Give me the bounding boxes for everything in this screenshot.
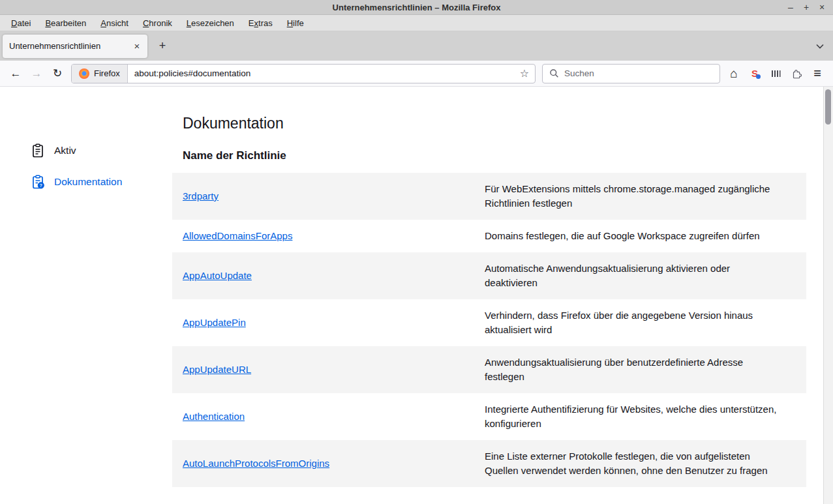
window-title: Unternehmensrichtlinien – Mozilla Firefo… [0,3,833,12]
table-row: AppUpdateURL Anwendungsaktualisierung üb… [172,346,806,393]
page-title: Dokumentation [183,115,806,132]
close-button[interactable]: × [816,1,828,13]
table-row: AutoLaunchProtocolsFromOrigins Eine List… [172,440,806,487]
menu-item-ansicht[interactable]: Ansicht [93,16,136,30]
menu-bar: Datei Bearbeiten Ansicht Chronik Lesezei… [0,15,833,31]
scrollbar-thumb[interactable] [825,89,831,125]
policy-description: Automatische Anwendungsaktualisierung ak… [485,252,806,299]
extension-s-icon[interactable]: S [744,63,765,84]
bookmark-star-icon[interactable]: ☆ [514,67,535,80]
maximize-button[interactable]: + [800,1,812,13]
menu-item-lesezeichen[interactable]: Lesezeichen [179,16,241,30]
policy-link[interactable]: AllowedDomainsForApps [183,230,292,241]
sidebar: Aktiv ? Dokumentation [0,87,172,504]
table-row: Authentication Integrierte Authentifizie… [172,393,806,440]
search-input[interactable] [564,68,713,78]
extensions-puzzle-icon[interactable] [786,63,807,84]
page-content: Aktiv ? Dokumentation Dokumentation Name… [0,87,833,504]
new-tab-button[interactable]: + [153,37,172,56]
policy-description: Eine Liste externer Protokolle festlegen… [485,440,806,487]
sidebar-item-dokumentation[interactable]: ? Dokumentation [0,166,172,198]
sidebar-item-aktiv[interactable]: Aktiv [0,135,172,166]
sidebar-item-label: Aktiv [54,145,76,156]
menu-item-datei[interactable]: Datei [4,16,38,30]
tab-close-icon[interactable]: × [130,40,144,53]
minimize-button[interactable]: – [785,1,796,13]
site-chip-label: Firefox [94,68,120,78]
firefox-window: Unternehmensrichtlinien – Mozilla Firefo… [0,0,833,504]
home-icon[interactable]: ⌂ [723,63,744,84]
search-bar[interactable] [542,64,720,83]
policy-link[interactable]: AppAutoUpdate [183,270,252,281]
window-controls: – + × [785,1,833,13]
policy-link[interactable]: Authentication [183,411,245,422]
main-panel: Dokumentation Name der Richtlinie 3rdpar… [172,87,833,504]
back-icon[interactable]: ← [5,63,26,84]
firefox-logo-icon [79,68,89,79]
title-bar: Unternehmensrichtlinien – Mozilla Firefo… [0,0,833,15]
policy-table: 3rdparty Für WebExtensions mittels chrom… [172,173,806,487]
scrollbar-track[interactable] [823,87,833,504]
forward-icon[interactable]: → [26,63,47,84]
policy-link[interactable]: AppUpdateURL [183,364,251,375]
menu-hamburger-icon[interactable]: ≡ [807,63,828,84]
policy-description: Domains festlegen, die auf Google Worksp… [485,220,806,252]
table-row: 3rdparty Für WebExtensions mittels chrom… [172,173,806,220]
policy-description: Für WebExtensions mittels chrome.storage… [485,173,806,220]
reload-icon[interactable]: ↻ [47,63,68,84]
menu-item-hilfe[interactable]: Hilfe [280,16,311,30]
policy-description: Integrierte Authentifizierung für Websit… [485,393,806,440]
tab-title: Unternehmensrichtlinien [9,41,130,51]
sidebar-item-label: Dokumentation [54,176,122,188]
menu-item-bearbeiten[interactable]: Bearbeiten [38,16,93,30]
policy-table-header: Name der Richtlinie [183,149,806,162]
table-row: AppAutoUpdate Automatische Anwendungsakt… [172,252,806,299]
tab-bar: Unternehmensrichtlinien × + [0,31,833,61]
policy-link[interactable]: AppUpdatePin [183,317,246,328]
policy-description: Verhindern, dass Firefox über die angege… [485,299,806,346]
svg-text:?: ? [40,183,42,188]
extension-bars-icon[interactable] [765,63,786,84]
navigation-toolbar: ← → ↻ Firefox ☆ ⌂ S ≡ [0,61,833,87]
menu-item-extras[interactable]: Extras [241,16,280,30]
policy-description: Anwendungsaktualisierung über benutzerde… [485,346,806,393]
tab-unternehmensrichtlinien[interactable]: Unternehmensrichtlinien × [3,35,147,58]
site-identity-chip: Firefox [72,65,128,83]
table-row: AllowedDomainsForApps Domains festlegen,… [172,220,806,252]
policy-link[interactable]: 3rdparty [183,190,219,201]
clipboard-icon [30,143,46,158]
url-input[interactable] [128,68,514,78]
menu-item-chronik[interactable]: Chronik [136,16,179,30]
url-bar[interactable]: Firefox ☆ [71,64,536,83]
clipboard-question-icon: ? [30,174,46,190]
search-icon [549,68,559,78]
table-row: AppUpdatePin Verhindern, dass Firefox üb… [172,299,806,346]
tab-overflow-chevron-icon[interactable] [811,37,829,55]
policy-link[interactable]: AutoLaunchProtocolsFromOrigins [183,458,329,469]
